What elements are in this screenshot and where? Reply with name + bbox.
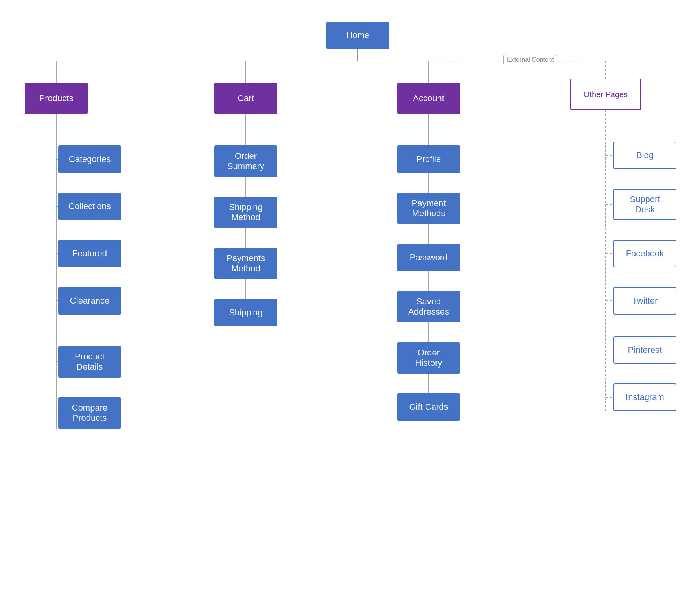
external-content-label: External Content (503, 55, 557, 64)
order-history-node: Order History (397, 342, 460, 374)
clearance-node: Clearance (58, 287, 121, 315)
home-node: Home (326, 22, 389, 49)
support-desk-node: Support Desk (613, 189, 676, 220)
other-pages-node: Other Pages (570, 79, 641, 110)
account-node: Account (397, 83, 460, 114)
order-summary-node: Order Summary (214, 145, 277, 177)
featured-node: Featured (58, 240, 121, 267)
categories-node: Categories (58, 145, 121, 173)
pinterest-node: Pinterest (613, 336, 676, 364)
site-map-diagram: External Content Home Products Cart Acco… (0, 0, 700, 593)
compare-products-node: Compare Products (58, 397, 121, 429)
payments-method-node: Payments Method (214, 248, 277, 279)
shipping-node: Shipping (214, 299, 277, 326)
blog-node: Blog (613, 142, 676, 169)
profile-node: Profile (397, 145, 460, 173)
product-details-node: Product Details (58, 346, 121, 378)
cart-node: Cart (214, 83, 277, 114)
products-node: Products (25, 83, 88, 114)
password-node: Password (397, 244, 460, 271)
gift-cards-node: Gift Cards (397, 393, 460, 421)
twitter-node: Twitter (613, 287, 676, 315)
saved-addresses-node: Saved Addresses (397, 291, 460, 322)
collections-node: Collections (58, 193, 121, 220)
shipping-method-node: Shipping Method (214, 197, 277, 228)
payment-methods-node: Payment Methods (397, 193, 460, 224)
facebook-node: Facebook (613, 240, 676, 267)
instagram-node: Instagram (613, 383, 676, 411)
